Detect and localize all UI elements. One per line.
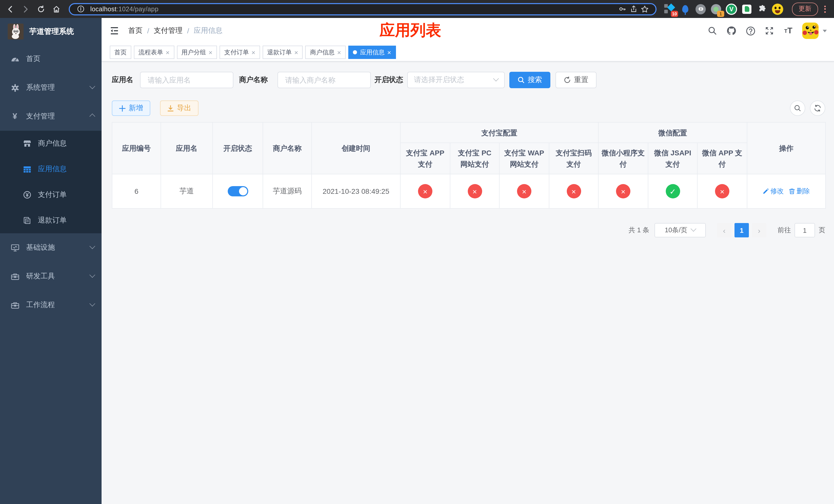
tab-merchant-info[interactable]: 商户信息×: [305, 46, 346, 59]
merchant-name-input[interactable]: [278, 72, 371, 88]
navbar-actions: TT: [707, 23, 827, 39]
bookmark-star-icon[interactable]: [639, 3, 650, 15]
extension-balloon-icon[interactable]: [679, 3, 692, 15]
font-size-icon[interactable]: TT: [783, 26, 793, 36]
user-menu[interactable]: [802, 23, 827, 39]
search-button[interactable]: 搜索: [509, 72, 550, 88]
status-toggle[interactable]: [227, 186, 248, 197]
channel-disabled-icon: ×: [567, 184, 581, 199]
tab-pay-order[interactable]: 支付订单×: [220, 46, 260, 59]
sidebar-item-home[interactable]: 首页: [0, 45, 102, 73]
sidebar-item-payment[interactable]: ¥ 支付管理: [0, 102, 102, 131]
sidebar-item-infra[interactable]: 基础设施: [0, 233, 102, 262]
sidebar-item-refund-order[interactable]: 退款订单: [0, 208, 102, 233]
close-icon[interactable]: ×: [166, 49, 170, 55]
refund-doc-icon: [23, 216, 32, 225]
delete-link[interactable]: 删除: [789, 187, 810, 196]
channel-disabled-icon: ×: [715, 184, 729, 199]
refresh-icon[interactable]: [810, 100, 825, 116]
chevron-down-icon: [493, 76, 499, 82]
pay-order-icon: [23, 191, 32, 199]
add-button[interactable]: 新增: [112, 100, 150, 116]
app-table: 应用编号 应用名 开启状态 商户名称 创建时间 支付宝配置 微信配置 操作 支付…: [112, 122, 826, 209]
sidebar-item-workflow[interactable]: 工作流程: [0, 291, 102, 319]
sidebar-submenu-payment: 商户信息 应用信息 支付订单: [0, 131, 102, 233]
breadcrumb-home[interactable]: 首页: [128, 26, 142, 36]
close-icon[interactable]: ×: [251, 49, 255, 55]
sidebar-fold-icon[interactable]: [109, 25, 120, 37]
app-name-input[interactable]: [140, 72, 233, 88]
address-bar[interactable]: localhost:1024/pay/app: [69, 3, 657, 15]
channel-enabled-icon: ✓: [665, 184, 680, 199]
channel-disabled-icon: ×: [467, 184, 482, 199]
browser-profile-avatar[interactable]: [771, 3, 784, 15]
browser-update-button[interactable]: 更新: [792, 2, 818, 16]
extension-strip: 10 1 V: [664, 3, 784, 15]
app-name-label: 应用名: [112, 75, 133, 85]
extension-recorder-icon[interactable]: 1: [710, 3, 722, 15]
extension-pinned-icon[interactable]: 10: [664, 3, 676, 15]
gear-icon: [10, 83, 20, 92]
extension-command-icon[interactable]: [695, 3, 707, 15]
tab-user-group[interactable]: 用户分组×: [177, 46, 217, 59]
close-icon[interactable]: ×: [337, 49, 341, 55]
github-icon[interactable]: [726, 26, 737, 36]
sidebar-item-label: 退款订单: [38, 216, 67, 225]
next-page-button[interactable]: ›: [752, 223, 766, 237]
breadcrumb-separator: /: [147, 27, 149, 35]
tab-app-info[interactable]: 应用信息×: [348, 46, 396, 59]
sidebar-item-system[interactable]: 系统管理: [0, 73, 102, 102]
show-search-icon[interactable]: [790, 100, 805, 116]
fullscreen-icon[interactable]: [764, 26, 774, 36]
extensions-puzzle-icon[interactable]: [756, 3, 768, 15]
breadcrumb-parent[interactable]: 支付管理: [154, 26, 182, 36]
prev-page-button[interactable]: ‹: [717, 223, 731, 237]
cell-app-name: 芋道: [161, 174, 213, 208]
sidebar-item-pay-order[interactable]: 支付订单: [0, 182, 102, 208]
close-icon[interactable]: ×: [387, 49, 391, 55]
edit-link[interactable]: 修改: [763, 187, 784, 196]
main-area: 首页 / 支付管理 / 应用信息 应用列表: [102, 18, 834, 504]
status-label: 开启状态: [374, 75, 403, 85]
row-actions: 修改 删除: [750, 187, 822, 196]
page-size-select[interactable]: 10条/页: [655, 223, 706, 237]
share-icon[interactable]: [628, 3, 639, 15]
extension-v-icon[interactable]: V: [725, 3, 738, 15]
export-button[interactable]: 导出: [160, 100, 198, 116]
browser-back-icon[interactable]: [3, 2, 18, 16]
sidebar-item-merchant-info[interactable]: 商户信息: [0, 131, 102, 156]
cell-app-id: 6: [112, 174, 161, 208]
close-icon[interactable]: ×: [294, 49, 298, 55]
col-header-app-name: 应用名: [161, 122, 213, 174]
breadcrumb-current: 应用信息: [194, 26, 223, 36]
browser-menu-icon[interactable]: [824, 5, 826, 13]
tab-refund-order[interactable]: 退款订单×: [263, 46, 303, 59]
tab-home[interactable]: 首页: [110, 46, 131, 59]
page-number-active[interactable]: 1: [734, 223, 749, 237]
pagination-total: 共 1 条: [629, 226, 649, 235]
browser-reload-icon[interactable]: [34, 2, 48, 16]
col-header-wx-app: 微信 APP 支付: [697, 143, 747, 174]
shop-icon: [23, 139, 32, 148]
screen: localhost:1024/pay/app 10: [0, 0, 834, 504]
site-info-icon[interactable]: [75, 3, 86, 15]
search-icon[interactable]: [707, 26, 718, 36]
goto-page-input[interactable]: [794, 223, 815, 237]
tags-view-bar: 首页 流程表单× 用户分组× 支付订单× 退款订单× 商户信息× 应用信息×: [102, 44, 834, 62]
sidebar-item-app-info[interactable]: 应用信息: [0, 156, 102, 182]
col-header-alipay-wap: 支付宝 WAP 网站支付: [499, 143, 549, 174]
app-title: 芋道管理系统: [29, 26, 74, 36]
browser-home-icon[interactable]: [49, 2, 64, 16]
extension-notes-icon[interactable]: [741, 3, 753, 15]
sidebar-logo[interactable]: 芋道管理系统: [0, 18, 102, 45]
sidebar-item-label: 基础设施: [26, 243, 55, 252]
help-icon[interactable]: [745, 26, 755, 36]
status-select[interactable]: 请选择开启状态: [407, 72, 505, 88]
group-header-wechat: 微信配置: [598, 122, 747, 143]
sidebar-item-dev-tools[interactable]: 研发工具: [0, 262, 102, 291]
password-key-icon[interactable]: [616, 3, 628, 15]
tab-process-form[interactable]: 流程表单×: [134, 46, 174, 59]
close-icon[interactable]: ×: [208, 49, 212, 55]
browser-forward-icon[interactable]: [19, 2, 33, 16]
reset-button[interactable]: 重置: [555, 72, 596, 88]
